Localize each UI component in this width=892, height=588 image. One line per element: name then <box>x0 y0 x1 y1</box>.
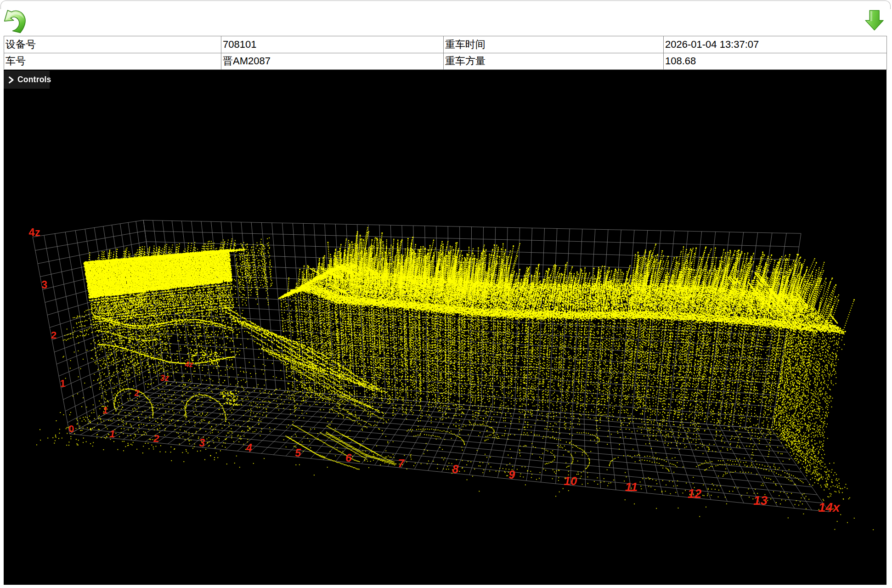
plate-label: 车号 <box>4 53 221 70</box>
load-time-label: 重车时间 <box>444 36 664 53</box>
device-id-label: 设备号 <box>4 36 221 53</box>
table-row-vehicle: 车号 晋AM2087 重车方量 108.68 <box>4 53 887 70</box>
download-arrow-icon <box>865 10 884 31</box>
load-volume-value: 108.68 <box>664 53 887 70</box>
back-button[interactable] <box>4 10 26 33</box>
controls-label: Controls <box>17 75 51 85</box>
pointcloud-canvas[interactable] <box>4 70 886 585</box>
load-time-value: 2026-01-04 13:37:07 <box>664 36 887 53</box>
download-button[interactable] <box>865 10 884 31</box>
plate-value: 晋AM2087 <box>221 53 444 70</box>
toolbar <box>0 0 892 36</box>
pointcloud-viewport[interactable]: Controls <box>4 70 886 585</box>
chevron-right-icon <box>8 76 14 84</box>
table-row-device: 设备号 708101 重车时间 2026-01-04 13:37:07 <box>4 36 887 53</box>
controls-panel-toggle[interactable]: Controls <box>4 71 50 89</box>
device-id-value: 708101 <box>221 36 444 53</box>
info-table: 设备号 708101 重车时间 2026-01-04 13:37:07 车号 晋… <box>4 36 887 70</box>
load-volume-label: 重车方量 <box>444 53 664 70</box>
info-table-body: 设备号 708101 重车时间 2026-01-04 13:37:07 车号 晋… <box>4 36 887 70</box>
undo-arrow-icon <box>4 10 26 33</box>
chevron-right-glyph <box>8 76 14 84</box>
